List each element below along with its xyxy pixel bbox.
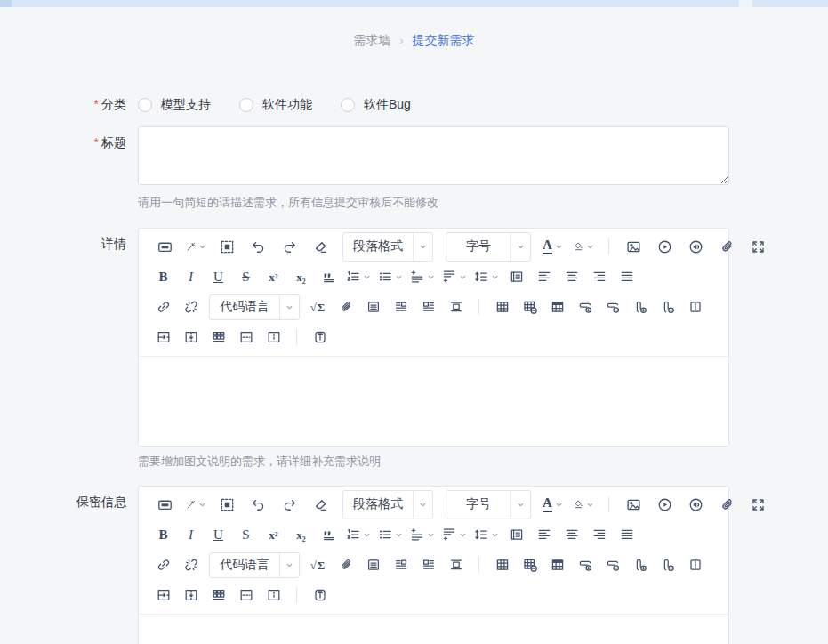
detail-editor-content[interactable] (139, 357, 728, 446)
clear-format-button[interactable] (308, 491, 334, 518)
align-center-button[interactable] (559, 521, 584, 548)
align-left-button[interactable] (531, 263, 557, 290)
ordered-list-button[interactable] (343, 521, 374, 548)
split-cell-rows-button[interactable] (233, 582, 259, 608)
insert-table-button[interactable] (489, 551, 515, 578)
split-cell-rows-button[interactable] (233, 324, 259, 350)
split-cells-button[interactable] (205, 324, 231, 350)
category-option-software-feature[interactable]: 软件功能 (239, 97, 312, 113)
space-after-paragraph-button[interactable] (439, 521, 470, 548)
insert-row-button[interactable] (572, 294, 598, 320)
unordered-list-button[interactable] (375, 521, 406, 548)
insert-link-button[interactable] (150, 551, 176, 578)
undo-button[interactable] (245, 491, 271, 518)
image-float-right-button[interactable] (388, 551, 414, 578)
unordered-list-button[interactable] (375, 263, 406, 290)
source-code-button[interactable] (152, 491, 178, 518)
formula-button[interactable]: √Σ (305, 551, 331, 578)
indent-button[interactable] (503, 521, 529, 548)
subscript-button[interactable]: x₂ (288, 521, 314, 548)
source-code-button[interactable] (152, 233, 178, 260)
auto-format-button[interactable] (183, 233, 209, 260)
background-color-button[interactable] (571, 233, 597, 260)
insert-audio-button[interactable] (683, 491, 709, 518)
cell-border-button[interactable] (682, 551, 708, 578)
breadcrumb-parent-link[interactable]: 需求墙 (354, 33, 391, 49)
insert-video-button[interactable] (652, 491, 678, 518)
radio-circle-icon[interactable] (239, 98, 253, 112)
merge-cells-right-button[interactable] (150, 324, 176, 350)
paragraph-format-select[interactable]: 段落格式 (342, 490, 433, 519)
delete-table-button[interactable] (517, 551, 543, 578)
breadcrumb-current[interactable]: 提交新需求 (413, 33, 475, 49)
blockquote-button[interactable] (316, 521, 342, 548)
insert-image-button[interactable] (621, 233, 647, 260)
image-block-button[interactable] (443, 551, 469, 578)
merge-cells-right-button[interactable] (150, 582, 176, 608)
strikethrough-button[interactable]: S (233, 521, 259, 548)
merge-cells-down-button[interactable] (178, 582, 204, 608)
space-before-paragraph-button[interactable] (407, 521, 438, 548)
fullscreen-button[interactable] (745, 491, 771, 518)
align-right-button[interactable] (586, 263, 612, 290)
font-size-select[interactable]: 字号 (446, 490, 531, 519)
title-input[interactable] (138, 126, 729, 185)
code-language-select[interactable]: 代码语言 (209, 294, 300, 320)
insert-column-button[interactable] (627, 551, 653, 578)
superscript-button[interactable]: x² (261, 521, 286, 548)
attachment-button[interactable] (714, 233, 740, 260)
ordered-list-button[interactable] (343, 263, 374, 290)
delete-column-button[interactable] (655, 551, 680, 578)
redo-button[interactable] (277, 491, 302, 518)
insert-column-button[interactable] (627, 294, 653, 320)
select-all-button[interactable] (214, 233, 240, 260)
radio-circle-icon[interactable] (341, 98, 355, 112)
image-block-button[interactable] (443, 294, 469, 320)
image-float-right-button[interactable] (388, 294, 414, 320)
split-cells-button[interactable] (205, 582, 231, 608)
insert-audio-button[interactable] (683, 233, 709, 260)
clear-format-button[interactable] (308, 233, 334, 260)
insert-file-button[interactable] (333, 551, 358, 578)
bold-button[interactable]: B (150, 263, 176, 290)
image-inline-button[interactable] (360, 551, 386, 578)
remove-link-button[interactable] (178, 551, 204, 578)
delete-row-button[interactable] (599, 294, 625, 320)
insert-video-button[interactable] (652, 233, 678, 260)
image-float-left-button[interactable] (415, 551, 441, 578)
radio-circle-icon[interactable] (138, 98, 152, 112)
font-size-select[interactable]: 字号 (446, 232, 531, 262)
cell-border-button[interactable] (682, 294, 708, 320)
underline-button[interactable]: U (205, 521, 231, 548)
code-language-select[interactable]: 代码语言 (209, 552, 300, 578)
insert-image-button[interactable] (621, 491, 647, 518)
font-color-button[interactable]: A (540, 233, 566, 260)
space-before-paragraph-button[interactable] (407, 263, 438, 290)
merge-cells-down-button[interactable] (178, 324, 204, 350)
fullscreen-button[interactable] (745, 233, 771, 260)
remove-link-button[interactable] (178, 294, 204, 320)
font-color-button[interactable]: A (540, 491, 566, 518)
image-inline-button[interactable] (360, 294, 386, 320)
redo-button[interactable] (277, 233, 302, 260)
align-justify-button[interactable] (614, 263, 639, 290)
split-cell-columns-button[interactable] (261, 582, 286, 608)
delete-row-button[interactable] (599, 551, 625, 578)
align-right-button[interactable] (586, 521, 612, 548)
auto-format-button[interactable] (183, 491, 209, 518)
confidential-editor-content[interactable] (139, 615, 728, 644)
background-color-button[interactable] (571, 491, 597, 518)
italic-button[interactable]: I (178, 263, 204, 290)
split-cell-columns-button[interactable] (261, 324, 286, 350)
italic-button[interactable]: I (178, 521, 204, 548)
delete-column-button[interactable] (655, 294, 680, 320)
superscript-button[interactable]: x² (261, 263, 286, 290)
category-option-software-bug[interactable]: 软件Bug (341, 97, 411, 113)
insert-file-button[interactable] (333, 294, 358, 320)
strikethrough-button[interactable]: S (233, 263, 259, 290)
underline-button[interactable]: U (205, 263, 231, 290)
text-format-button[interactable] (307, 582, 333, 608)
delete-table-button[interactable] (517, 294, 543, 320)
insert-link-button[interactable] (150, 294, 176, 320)
category-option-model-support[interactable]: 模型支持 (138, 97, 211, 113)
